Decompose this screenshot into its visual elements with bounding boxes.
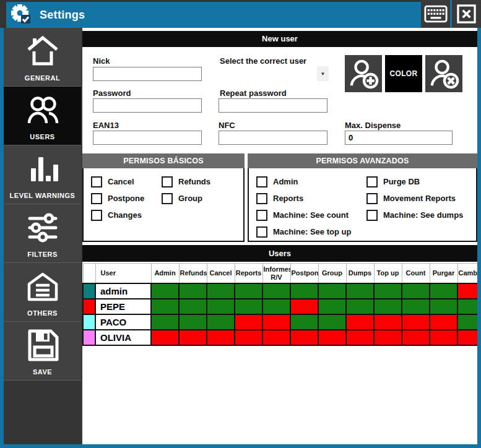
permission-cell-count[interactable] bbox=[402, 314, 430, 330]
checkbox-changes[interactable]: Changes bbox=[91, 210, 162, 221]
permission-cell-refunds[interactable] bbox=[179, 314, 207, 330]
permission-cell-purgar[interactable] bbox=[430, 283, 457, 299]
checkbox-box[interactable] bbox=[256, 176, 267, 187]
permission-cell-postpone[interactable] bbox=[290, 314, 318, 330]
permission-cell-postpone[interactable] bbox=[290, 299, 318, 314]
checkbox-group[interactable]: Group bbox=[162, 193, 243, 204]
permission-cell-cambios[interactable] bbox=[457, 283, 477, 299]
permission-cell-group[interactable] bbox=[318, 314, 346, 330]
checkbox-box[interactable] bbox=[91, 210, 102, 221]
permission-cell-count[interactable] bbox=[402, 283, 430, 299]
permission-cell-postpone[interactable] bbox=[290, 283, 318, 299]
permission-cell-dumps[interactable] bbox=[346, 314, 374, 330]
permission-cell-top-up[interactable] bbox=[374, 314, 402, 330]
permission-cell-reports[interactable] bbox=[235, 330, 262, 345]
checkbox-postpone[interactable]: Postpone bbox=[91, 193, 162, 204]
permission-cell-reports[interactable] bbox=[235, 299, 262, 314]
permission-cell-refunds[interactable] bbox=[179, 299, 207, 314]
permission-cell-cancel[interactable] bbox=[207, 330, 235, 345]
user-row[interactable]: PACO bbox=[83, 314, 477, 330]
user-row[interactable]: admin bbox=[83, 283, 477, 299]
close-button[interactable] bbox=[452, 0, 481, 28]
sidebar-item-level-warnings[interactable]: LEVEL WARNINGS bbox=[4, 145, 81, 204]
permission-cell-refunds[interactable] bbox=[179, 330, 207, 345]
permission-cell-informes-r-v[interactable] bbox=[262, 330, 290, 345]
max-dispense-input[interactable] bbox=[345, 131, 453, 145]
permission-cell-purgar[interactable] bbox=[430, 299, 457, 314]
permission-cell-cambios[interactable] bbox=[457, 330, 477, 345]
checkbox-box[interactable] bbox=[366, 210, 378, 221]
permission-cell-informes-r-v[interactable] bbox=[262, 299, 290, 314]
permission-cell-admin[interactable] bbox=[151, 283, 179, 299]
checkbox-machine-see-top-up[interactable]: Machine: See top up bbox=[256, 226, 366, 238]
permission-cell-cancel[interactable] bbox=[207, 283, 235, 299]
user-row[interactable]: PEPE bbox=[83, 299, 477, 314]
checkbox-cancel[interactable]: Cancel bbox=[91, 176, 162, 187]
nick-input[interactable] bbox=[93, 67, 202, 81]
checkbox-reports[interactable]: Reports bbox=[256, 193, 366, 204]
checkbox-machine-see-count[interactable]: Machine: See count bbox=[256, 210, 366, 221]
checkbox-box[interactable] bbox=[256, 210, 267, 221]
checkbox-box[interactable] bbox=[366, 176, 378, 187]
sidebar-item-save[interactable]: SAVE bbox=[4, 322, 81, 381]
permission-cell-cancel[interactable] bbox=[207, 314, 235, 330]
user-name-cell[interactable]: PACO bbox=[95, 314, 151, 330]
user-name-cell[interactable]: PEPE bbox=[95, 299, 151, 314]
permission-cell-dumps[interactable] bbox=[346, 330, 374, 345]
ean13-input[interactable] bbox=[93, 131, 202, 145]
permission-cell-group[interactable] bbox=[318, 299, 346, 314]
permission-cell-top-up[interactable] bbox=[374, 299, 402, 314]
permission-cell-reports[interactable] bbox=[235, 314, 262, 330]
keyboard-button[interactable] bbox=[421, 0, 450, 28]
password-input[interactable] bbox=[93, 98, 202, 113]
checkbox-box[interactable] bbox=[366, 193, 378, 204]
permission-cell-count[interactable] bbox=[402, 330, 430, 345]
permission-cell-purgar[interactable] bbox=[430, 330, 457, 345]
permission-cell-group[interactable] bbox=[318, 330, 346, 345]
checkbox-box[interactable] bbox=[91, 193, 102, 204]
permission-cell-dumps[interactable] bbox=[346, 299, 374, 314]
add-user-button[interactable] bbox=[345, 55, 382, 92]
checkbox-box[interactable] bbox=[162, 193, 173, 204]
checkbox-purge-db[interactable]: Purge DB bbox=[366, 176, 476, 187]
permission-cell-postpone[interactable] bbox=[290, 330, 318, 345]
permission-cell-count[interactable] bbox=[402, 299, 430, 314]
checkbox-box[interactable] bbox=[91, 176, 102, 187]
checkbox-admin[interactable]: Admin bbox=[256, 176, 366, 187]
user-row[interactable]: OLIVIA bbox=[83, 330, 477, 345]
permission-cell-cancel[interactable] bbox=[207, 299, 235, 314]
permission-cell-informes-r-v[interactable] bbox=[262, 283, 290, 299]
repeat-password-input[interactable] bbox=[219, 98, 327, 113]
remove-user-button[interactable] bbox=[425, 55, 462, 92]
permission-cell-informes-r-v[interactable] bbox=[262, 314, 290, 330]
permission-cell-cambios[interactable] bbox=[457, 314, 477, 330]
max-dispense-label: Max. Dispense bbox=[345, 121, 401, 130]
select-user-dropdown[interactable]: ▼ bbox=[219, 66, 329, 81]
color-button[interactable]: COLOR bbox=[385, 55, 422, 92]
sidebar-item-others[interactable]: OTHERS bbox=[4, 263, 81, 322]
permission-cell-purgar[interactable] bbox=[430, 314, 457, 330]
permission-cell-reports[interactable] bbox=[235, 283, 262, 299]
checkbox-movement-reports[interactable]: Movement Reports bbox=[366, 193, 476, 204]
permission-cell-top-up[interactable] bbox=[374, 283, 402, 299]
checkbox-box[interactable] bbox=[256, 226, 267, 238]
permission-cell-top-up[interactable] bbox=[374, 330, 402, 345]
checkbox-refunds[interactable]: Refunds bbox=[162, 176, 243, 187]
checkbox-machine-see-dumps[interactable]: Machine: See dumps bbox=[366, 210, 476, 221]
user-name-cell[interactable]: admin bbox=[95, 283, 151, 299]
checkbox-box[interactable] bbox=[162, 176, 173, 187]
chevron-down-icon[interactable]: ▼ bbox=[317, 66, 329, 81]
permission-cell-dumps[interactable] bbox=[346, 283, 374, 299]
permission-cell-cambios[interactable] bbox=[457, 299, 477, 314]
nfc-input[interactable] bbox=[219, 131, 327, 145]
user-name-cell[interactable]: OLIVIA bbox=[95, 330, 151, 345]
checkbox-box[interactable] bbox=[256, 193, 267, 204]
permission-cell-admin[interactable] bbox=[151, 299, 179, 314]
permission-cell-admin[interactable] bbox=[151, 330, 179, 345]
sidebar-item-users[interactable]: USERS bbox=[4, 87, 81, 145]
sidebar-item-filters[interactable]: FILTERS bbox=[4, 204, 81, 263]
permission-cell-group[interactable] bbox=[318, 283, 346, 299]
permission-cell-refunds[interactable] bbox=[179, 283, 207, 299]
permission-cell-admin[interactable] bbox=[151, 314, 179, 330]
sidebar-item-general[interactable]: GENERAL bbox=[4, 28, 81, 87]
